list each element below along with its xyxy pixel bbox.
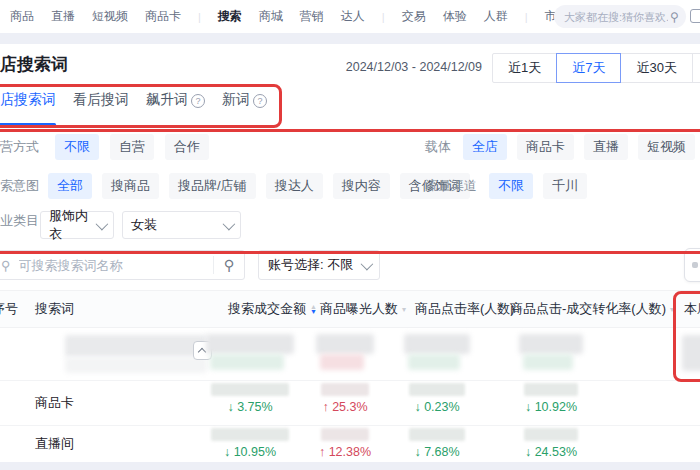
column-header-商品曝光人数[interactable]: 商品曝光人数▾ [320, 291, 406, 327]
sort-icon[interactable]: ▾ [670, 305, 674, 314]
search-term-label[interactable]: 直播间 [35, 435, 74, 453]
tab-label: 全店搜索词 [0, 91, 56, 109]
date-button-近1天[interactable]: 近1天 [492, 53, 557, 83]
nav-item-营销[interactable]: 营销 [300, 8, 324, 25]
search-submit-icon[interactable]: ⚲ [214, 257, 244, 273]
masked-value [409, 383, 465, 396]
nav-item-达人[interactable]: 达人 [341, 8, 365, 25]
filter-option-不限[interactable]: 不限 [55, 134, 99, 160]
category-dropdown-level2[interactable]: 女装 [122, 211, 241, 239]
filter-option-全店[interactable]: 全店 [463, 134, 507, 160]
sort-icon[interactable]: ▲▼ [310, 304, 317, 314]
keyword-search-box[interactable]: ⚲ ⚲ [0, 250, 245, 280]
change-value: ↓ 10.92% [524, 400, 578, 414]
masked-search-term [65, 357, 207, 373]
column-header-label: 搜索词 [35, 300, 74, 318]
nav-item-搜索[interactable]: 搜索 [218, 8, 242, 25]
column-header-label: 搜索成交金额 [228, 300, 306, 318]
filter-option-短视频[interactable]: 短视频 [638, 134, 695, 160]
metric-cell: ↓ 10.92% [524, 383, 578, 414]
date-button-自然月[interactable]: 自然月 [692, 53, 700, 83]
column-header-搜索成交金额[interactable]: 搜索成交金额▲▼ [228, 291, 317, 327]
filter-option-搜达人[interactable]: 搜达人 [266, 173, 323, 199]
filter-traffic-channel: 流量渠道 不限千川 [425, 173, 587, 199]
help-icon[interactable]: ? [191, 94, 205, 108]
chevron-down-icon [96, 217, 109, 230]
masked-change [408, 354, 460, 370]
masked-value [211, 428, 289, 441]
keyword-search-input[interactable] [17, 257, 213, 274]
masked-value [206, 334, 294, 354]
masked-search-term [65, 335, 207, 357]
tab-飙升词[interactable]: 飙升词? [146, 88, 205, 120]
tab-label: 新词 [222, 91, 250, 109]
tab-看后搜词[interactable]: 看后搜词 [73, 88, 129, 120]
date-button-近30天[interactable]: 近30天 [620, 53, 692, 83]
filter-option-搜商品[interactable]: 搜商品 [102, 173, 159, 199]
screen: 商品直播短视频商品卡|搜索商城营销达人|交易体验人群|市场|数据工厂 ⚲ 全店搜… [0, 0, 700, 470]
message-icon[interactable] [690, 9, 700, 23]
masked-value [524, 428, 578, 441]
nav-item-商品[interactable]: 商品 [10, 8, 34, 25]
change-value: ↓ 0.23% [409, 400, 465, 414]
tab-bar: 全店搜索词看后搜词飙升词?新词? [0, 88, 267, 120]
filter-option-自营[interactable]: 自营 [110, 134, 154, 160]
change-value: ↓ 3.75% [211, 400, 289, 414]
masked-value [321, 428, 369, 441]
column-header-label: 商品点击-成交转化率(人数) [510, 300, 666, 318]
sort-icon[interactable]: ▾ [402, 305, 406, 314]
table-row: 商品卡↓ 3.75%↑ 25.3%↓ 0.23%↓ 10.92% [0, 380, 700, 426]
column-header-label: 本店 [684, 300, 700, 318]
masked-value [211, 383, 289, 396]
masked-value [524, 383, 578, 396]
tab-全店搜索词[interactable]: 全店搜索词 [0, 88, 56, 120]
tab-label: 飙升词 [146, 91, 188, 109]
column-header-商品点击-成交转化率(人数)[interactable]: 商品点击-成交转化率(人数)▾ [510, 291, 674, 327]
date-range-buttons: 近1天近7天近30天自然月 [492, 53, 700, 83]
column-header-label: 商品曝光人数 [320, 300, 398, 318]
metric-cell: ↓ 10.95% [211, 428, 289, 459]
column-settings-button[interactable] [684, 248, 700, 282]
nav-item-短视频[interactable]: 短视频 [92, 8, 128, 25]
account-select[interactable]: 账号选择: 不限 [258, 250, 380, 280]
column-header-本店: 本店 [684, 291, 700, 327]
filter-option-搜内容[interactable]: 搜内容 [333, 173, 390, 199]
chevron-down-icon [223, 217, 236, 230]
masked-change [320, 354, 364, 370]
change-value: ↑ 12.38% [319, 445, 371, 459]
change-value: ↓ 10.95% [211, 445, 289, 459]
category-dropdown-level1[interactable]: 服饰内衣 [40, 211, 114, 239]
date-button-近7天[interactable]: 近7天 [556, 53, 621, 83]
filter-option-不限[interactable]: 不限 [489, 173, 533, 199]
date-range-text: 2024/12/03 - 2024/12/09 [346, 60, 482, 74]
main-panel: 全店搜索词 2024/12/03 - 2024/12/09 近1天近7天近30天… [0, 44, 700, 462]
column-header-label: 商品点击率(人数) [415, 300, 515, 318]
nav-separator: | [382, 11, 385, 23]
nav-item-体验[interactable]: 体验 [443, 8, 467, 25]
nav-item-直播[interactable]: 直播 [51, 8, 75, 25]
filter-option-直播[interactable]: 直播 [584, 134, 628, 160]
filter-carrier: 载体 全店商品卡直播短视频图文 [425, 134, 700, 160]
global-search-input[interactable] [562, 10, 670, 24]
tab-新词[interactable]: 新词? [222, 88, 267, 120]
filter-option-全部[interactable]: 全部 [48, 173, 92, 199]
masked-value [409, 428, 465, 441]
top-navbar: 商品直播短视频商品卡|搜索商城营销达人|交易体验人群|市场|数据工厂 ⚲ [0, 0, 700, 33]
filter-option-商品卡[interactable]: 商品卡 [517, 134, 574, 160]
nav-item-交易[interactable]: 交易 [402, 8, 426, 25]
filter-option-合作[interactable]: 合作 [165, 134, 209, 160]
nav-item-人群[interactable]: 人群 [484, 8, 508, 25]
filter-label: 经营方式 [0, 138, 39, 156]
help-icon[interactable]: ? [253, 94, 267, 108]
nav-item-商品卡[interactable]: 商品卡 [145, 8, 181, 25]
global-search[interactable]: ⚲ [554, 5, 686, 28]
filter-option-千川[interactable]: 千川 [543, 173, 587, 199]
filter-option-搜品牌/店铺[interactable]: 搜品牌/店铺 [169, 173, 256, 199]
search-term-label[interactable]: 商品卡 [35, 394, 74, 412]
tab-label: 看后搜词 [73, 91, 129, 109]
masked-value [682, 335, 700, 371]
nav-item-商城[interactable]: 商城 [259, 8, 283, 25]
column-header-商品点击率(人数)[interactable]: 商品点击率(人数)▾ [415, 291, 523, 327]
change-value: ↓ 7.68% [409, 445, 465, 459]
metric-cell: ↓ 24.53% [524, 428, 578, 459]
